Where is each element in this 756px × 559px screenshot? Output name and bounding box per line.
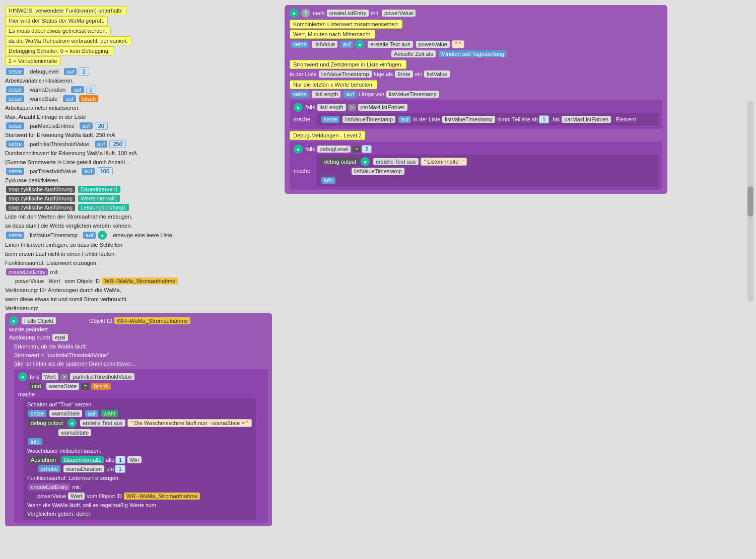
right-header-container: ● ? nach createListEntry mit: powerValue… [285,5,667,194]
text-vergleichen: Vergleichen geben, daher [27,510,252,518]
falls-listlength-row: ● falls listLength > parMaxListEntries [294,103,658,112]
listvaluets-ref4-row: listValueTimestamp [351,167,654,175]
setze-kw2: setze [6,86,24,93]
setze-kw5: setze [6,141,24,148]
mache1-row: mache Schalter auf "True" setzen setze w… [18,391,264,520]
parmaxlistentries-ref: parMaxListEntries [358,104,407,111]
text-beimErstenLauf: beim ersten Lauf nicht in einen Fehler l… [5,250,272,258]
debuglevel-ref: debugLevel [317,146,351,153]
ausfuehren-kw: Ausführen [28,456,58,463]
parinitial-var: parInitialThresholdValue [27,141,92,148]
nurDieLetzten-comment: Nur die letzten x Werte behalten. [290,80,662,89]
circle-btn-right2: ? [301,9,310,18]
circle-btn-right1: ● [290,9,299,18]
powervalue2-row: powerValue Wert vom Objekt ID WR--WaMa_S… [37,492,252,500]
wr-wama-obj3: WR--WaMa_Stromaufnahme [124,493,200,500]
left-panel: HINWEIS: verwendete Funktion(en) unterha… [5,5,272,527]
setze-listlength-row: setze listLength auf Länge von listValue… [290,90,662,98]
circle-btn-wert: ● [18,372,27,381]
createlistentry-kw: createListEntry [6,268,48,275]
wahr-val: wahr [101,410,118,417]
stop-kw2: stop zyklische Ausführung [6,195,75,202]
stop-dauerintervall-row: stop zyklische Ausführung Dauerintervall… [5,185,272,193]
setze-kw8: setze [28,410,46,417]
debuglevel-value: 2 [79,67,89,76]
setze-kw-ll: setze [291,91,309,98]
stromwert-comment: Stromwert und Zeitstempel in Liste einfü… [290,60,662,69]
aktuelle-zeit-row: Aktuelle Zeit als Minuten seit Tagesanfa… [390,50,662,58]
setze-parinitial-row: setze parInitialThresholdValue auf 250 [5,140,272,148]
setze-kw4: setze [6,122,24,129]
circle-btn-debug2: ● [361,157,370,166]
text-sodass: so dass damit die Werte verglichen werde… [5,222,272,230]
kombinierten-comment: Kombinierten Listenwert zusammensetzen: [290,20,662,29]
stop-kw3: stop zyklische Ausführung [6,204,75,211]
comment-es-muss: Es muss dabei etwas getricksst werden, [5,26,272,35]
powervalue-row: powerValue Wert vom Objekt ID WR--WaMa_S… [15,277,272,285]
scrollbar-thumb[interactable] [747,186,753,217]
auf-kw-ll: auf [343,91,356,98]
circle-btn-lv: ● [355,40,364,49]
comment-variableninhalte: 2 = Variableninhalte [5,56,272,65]
auf-kw8: auf [85,410,98,417]
debug-output2-row: debug output ● erstelle Text aus " Liste… [320,157,654,166]
text-startwert: Startwert für Erkennung WaMa läuft. 250 … [5,131,272,139]
debug-kw2: debug output [321,158,359,165]
info-row1: info [27,438,252,446]
createlistentry-kw2: createListEntry [28,483,70,491]
wamastate-ref2: wamaState [58,429,91,436]
listvaluets-ref3: listValueTimestamp [442,116,495,123]
wamaduration-var: wamaDuration [27,86,68,93]
debuglevel-var: debugLevel [27,68,61,75]
min-kw: Min [127,456,142,463]
wert-ref: Wert [42,373,58,380]
auf-kw2: auf [71,86,84,93]
falls-listlength-container: ● falls listLength > parMaxListEntries m… [290,100,662,129]
falsch-val2: falsch [91,383,111,390]
in-der-liste-row: in der Liste listValueTimestamp füge als… [290,70,662,78]
alle-1: 1 [115,456,125,464]
eq-op1: = [81,383,89,390]
setze-kw3: setze [6,95,24,102]
comment-hier: Hier wird der Status der WaMa geprüft. [5,16,272,25]
text-waschdauer: Waschdauer mitlaufen lassen. [27,447,252,455]
gt-op1: > [60,374,68,380]
setze-wamastate-row: setze wamaState auf falsch [5,95,272,103]
auf-kw-lvts: auf [398,116,411,123]
circle-btn-falls: ● [9,316,18,325]
setze-kw-lvts: setze [321,116,339,123]
wamastate-ref-row: wamaState [57,429,252,437]
wr-wama-obj2: WR--WaMa_Stromaufnahme [114,317,190,324]
scrollbar[interactable] [747,101,753,302]
text-wennDieWaMa: Wenn die WaMa läuft, soll es regelmäßig … [27,501,252,509]
stop-werteintervall-row: stop zyklische Ausführung Werteintervall… [5,194,272,202]
wurde-geandert-row: wurde geändert [9,326,268,332]
listeninhalte-str: " Listeninhalte: " [421,158,467,166]
setze-parmaxlistentries-row: setze parMaxListEntries auf 20 [5,122,272,130]
wertMinuten-comment: Wert, Minuten nach Mitternacht. [290,30,662,39]
canvas: HINWEIS: verwendete Funktion(en) unterha… [0,0,756,559]
listvalue-var: listValue [312,41,337,48]
listlength-var: listLength [312,91,340,98]
falls-objekt-row: ● Falls Objekt Objekt ID WR--WaMa_Stroma… [9,316,268,325]
listvaluets-ref2: listValueTimestamp [386,91,439,98]
ausfuehren-row: Ausführen Dauerintervall1 alle 1 Min [27,456,252,464]
wamaduration-ref: wamaDuration [63,465,104,472]
quote-str: " " [452,40,464,48]
text-stromwert: Stromwert > "parInitialThresholdValue" [14,351,268,359]
mache2-row: mache setze listValueTimestamp auf in de… [294,113,658,126]
createlistentry2-row: createListEntry mit: [27,483,252,491]
text-listeMit: Liste mit den Werten der Stromaufnahme e… [5,213,272,221]
falls-objekt-container: ● Falls Objekt Objekt ID WR--WaMa_Stroma… [5,313,272,526]
parthreshold-value: 100 [97,167,113,175]
text-veränderung: Veränderung: für Änderungen durch die Wa… [5,286,272,294]
falls-debuglevel-row: ● falls debugLevel = 2 [294,145,658,154]
text-einenInitialwert: Einen Initialwert einfügen, so dass die … [5,241,272,249]
parmaxlistentries-value: 20 [95,122,108,130]
listlength-ref: listLength [317,104,346,111]
right-header-row: ● ? nach createListEntry mit: powerValue [290,9,662,18]
parthreshold-var: parThresholdValue [27,168,79,175]
text-erkennen: Erkennen, ob die WaMa läuft: [14,342,268,351]
setze-wamastate-wahr-row: setze wamaState auf wahr [27,409,252,417]
debuglevel-2: 2 [362,145,372,153]
